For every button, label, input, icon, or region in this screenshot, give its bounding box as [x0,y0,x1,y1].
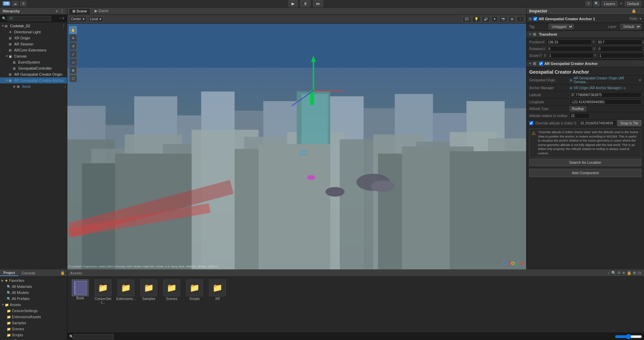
rooftop-badge[interactable]: Rooftop [570,106,586,111]
assets-settings-icon[interactable]: ⚙ [617,271,621,275]
pause-button[interactable]: ⏸ [300,0,310,7]
override-input[interactable] [579,120,616,126]
anchor-mgr-link[interactable]: ⊙ [623,86,626,90]
tab-scene[interactable]: ⊞ Scene [69,8,91,14]
codelab02-dots[interactable]: ⋮ [62,24,67,28]
scale-y-input[interactable] [598,53,644,58]
latitude-input[interactable] [570,92,641,98]
fx-btn[interactable]: ✦ [491,16,498,22]
step-button[interactable]: ⏭ [313,0,323,7]
favorites-header[interactable]: ▶ ★ Favorites [0,277,67,284]
transform-more-btn[interactable]: ⋮ [639,33,642,36]
altitude-rooftop-input[interactable] [570,113,590,118]
audio-btn[interactable]: 🔊 [482,16,490,22]
play-button[interactable]: ▶ [289,0,298,7]
rotation-y-input[interactable] [597,46,643,51]
favorites-materials[interactable]: 🔍 All Materials [0,284,67,290]
hier-item-geo-anchor[interactable]: ▼ ⊞ AR Geospatial Creator Anchor [0,77,67,83]
tree-scenes[interactable]: 📁 Scenes [0,326,67,332]
rect-tool[interactable]: ▭ [69,59,77,66]
hier-item-xr-origin[interactable]: ⊞ XR Origin [0,35,67,41]
longitude-input[interactable] [570,99,641,105]
local-dropdown[interactable]: Local ▼ [88,16,104,22]
position-y-input[interactable] [597,39,642,45]
asset-book[interactable]: Book [70,279,90,330]
scene-cam-btn[interactable]: 📷 [499,16,507,22]
geo-enable-checkbox[interactable] [539,62,543,66]
rotation-x-input[interactable] [547,46,592,51]
hier-item-geoctrl[interactable]: ⊞ GeospatialController [0,65,67,71]
inspector-lock-icon[interactable]: 🔒 [632,9,636,13]
asset-scenes[interactable]: 📁 Scenes [162,279,182,330]
hierarchy-add-small[interactable]: +▼ [60,16,65,20]
hierarchy-menu-btn[interactable]: ⋮ [60,8,64,14]
tree-extensions[interactable]: 📁 ExtensionsAssets [0,314,67,320]
position-x-input[interactable] [546,39,592,45]
asset-extensions[interactable]: 📁 Extensions... [116,279,136,330]
assets-lock-icon[interactable]: 🔒 [627,271,632,275]
rotate-tool[interactable]: ↺ [69,42,77,50]
geo-more-btn[interactable]: ⋮ [639,62,642,66]
default-button[interactable]: Default [625,1,641,6]
add-component-btn[interactable]: Add Component [529,169,641,177]
tag-dropdown[interactable]: Untagged [549,24,574,29]
component-enable-checkbox[interactable] [533,17,537,21]
hier-item-book[interactable]: ▶ ⊞ Book › [0,83,67,89]
hierarchy-search-input[interactable] [7,16,51,21]
geo-section-header[interactable]: ▼ ⊞ AR Geospatial Creator Anchor ⋮ [527,60,644,67]
hier-item-codelab02[interactable]: ▼ ⊞ Codelab_02 ⋮ [0,23,67,29]
tab-game[interactable]: ▶ Game [91,8,112,14]
more-btn[interactable]: ⋮ [517,16,524,22]
settings-btn[interactable]: ⚙ [20,1,26,6]
hier-item-arcore[interactable]: ⊞ ARCore Extensions [0,47,67,53]
tree-samples[interactable]: 📁 Samples [0,320,67,326]
asset-samples[interactable]: 📁 Samples [139,279,159,330]
asset-xr[interactable]: 📁 XR [207,279,228,330]
transform-section-header[interactable]: ▼ ⊞ Transform ⋮ [527,31,644,38]
asset-scripts[interactable]: 📁 Scripts [184,279,205,330]
tab-project[interactable]: Project [0,270,18,276]
hier-item-canvas[interactable]: ▼ ▣ Canvas [0,53,67,59]
tree-scripts[interactable]: 📁 Scripts [0,332,67,338]
scale-link-icon[interactable]: ⊟ [539,53,542,58]
override-checkbox[interactable] [529,121,533,125]
tree-xr[interactable]: 📁 XR [0,338,67,340]
lighting-btn[interactable]: 💡 [472,16,480,22]
scale-tool[interactable]: ⤢ [69,50,77,58]
asset-search-input[interactable] [73,334,114,339]
search-location-btn[interactable]: Search for Location [529,159,641,166]
project-lock-icon[interactable]: 🔒 [60,271,67,275]
gizmo-btn[interactable]: ⊞ [509,16,515,22]
view-mode-btn[interactable]: 2D [463,16,471,22]
geo-origin-link[interactable]: ⊙ [639,78,641,82]
zoom-slider[interactable] [615,335,642,338]
asset-cesium[interactable]: 📁 CesiumSett... [93,279,113,330]
layers-button[interactable]: Layers [602,1,617,6]
assets-star-icon[interactable]: ★ [622,271,625,275]
hierarchy-add-btn[interactable]: + [56,8,58,14]
move-tool[interactable]: ✛ [69,34,77,42]
favorites-prefabs[interactable]: 🔍 All Prefabs [0,296,67,302]
cloud-btn[interactable]: ☁ [12,1,18,6]
assets-add-btn[interactable]: + [608,271,610,275]
search-btn[interactable]: 🔍 [594,1,600,6]
history-btn[interactable]: ⟳ [585,1,591,6]
assets-search-icon[interactable]: 🔍 [611,271,616,275]
layer-dropdown[interactable]: Default [620,24,641,29]
assets-header[interactable]: ▼ 📁 Assets [0,302,67,308]
center-dropdown[interactable]: Center ▼ [69,16,87,22]
transform-tool[interactable]: ⊕ [69,67,77,74]
hier-item-eventsystem[interactable]: ⊞ EventSystem [0,59,67,65]
favorites-models[interactable]: 🔍 All Models [0,290,67,296]
tab-console[interactable]: Console [18,270,38,276]
scene-viewport[interactable]: ✋ ✛ ↺ ⤢ ▭ ⊕ ⬡ Google © Landsat / Coperni… [67,24,526,269]
custom-tool[interactable]: ⬡ [69,75,77,82]
inspector-more-icon[interactable]: ⋮ [638,9,641,13]
hand-tool[interactable]: ✋ [69,26,77,34]
db-logo[interactable]: DB [3,1,10,6]
hier-item-directional-light[interactable]: ☀ Directional Light [0,29,67,35]
hier-item-ar-session[interactable]: ⊞ AR Session [0,41,67,47]
tree-cesium-settings[interactable]: 📁 CesiumSettings [0,308,67,314]
snap-to-tile-btn[interactable]: Snap to Tile [617,120,641,126]
hier-item-geo-origin[interactable]: ⊞ AR Geospatial Creator Origin [0,71,67,77]
